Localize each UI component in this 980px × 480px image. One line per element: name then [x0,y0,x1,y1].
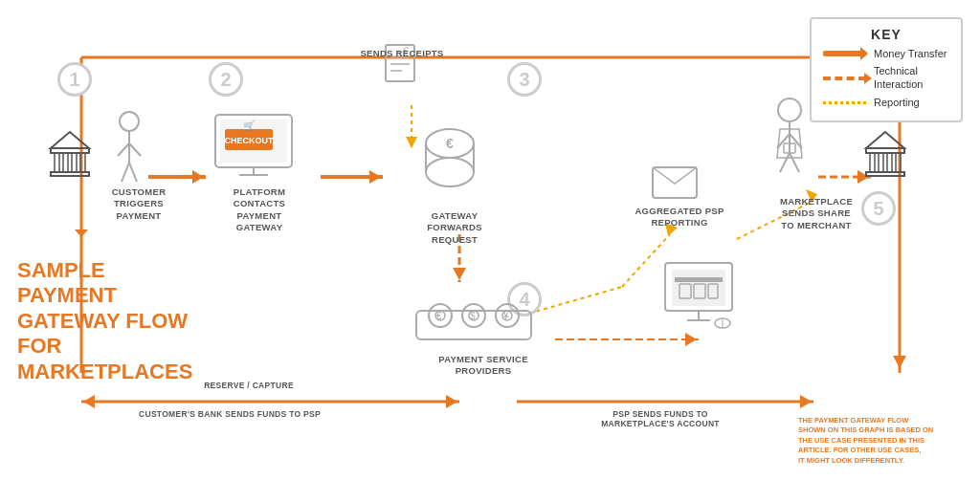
svg-marker-28 [51,132,89,148]
aggregated-psp-label: AGGREGATED PSP REPORTING [627,206,732,229]
svg-marker-3 [75,229,88,237]
svg-line-38 [122,163,129,182]
svg-marker-4 [893,356,906,368]
svg-rect-90 [896,153,901,172]
svg-text:🛒: 🛒 [243,120,256,132]
step-2-circle: 2 [209,62,243,97]
svg-marker-9 [83,395,95,408]
sends-receipts-label: SENDS RECEIPTS [349,48,455,59]
svg-point-78 [778,98,801,121]
svg-marker-6 [446,395,457,408]
svg-text:€: € [436,311,442,321]
svg-line-81 [780,153,790,172]
svg-point-34 [120,112,139,131]
marketplace-sends-label: MARKETPLACE SENDS SHARE TO MERCHANT [768,196,864,231]
key-technical-label: Technical Interaction [874,64,949,92]
svg-line-36 [118,143,129,156]
svg-rect-70 [675,277,723,282]
svg-line-39 [129,163,137,182]
svg-marker-13 [369,170,381,184]
customer-icon [110,110,148,190]
svg-marker-15 [453,268,466,280]
disclaimer-note: THE PAYMENT GATEWAY FLOW SHOWN ON THIS G… [798,416,966,467]
svg-rect-29 [55,153,59,172]
step-2-label: PLATFORM CONTACTS PAYMENT GATEWAY [216,186,302,233]
svg-rect-89 [887,153,892,172]
main-title: SAMPLE PAYMENT GATEWAY FLOW FOR MARKETPL… [17,258,209,384]
customer-bank-label: CUSTOMER'S BANK SENDS FUNDS TO PSP [134,409,325,419]
svg-point-53 [426,158,474,186]
key-title: KEY [823,27,949,42]
svg-rect-32 [80,153,85,172]
step-1-label: CUSTOMER TRIGGERS PAYMENT [100,186,177,222]
svg-rect-30 [63,153,68,172]
marketplace-report-icon [660,258,737,338]
step-5-circle: 5 [861,191,896,226]
svg-rect-33 [51,172,89,176]
reserve-capture-label: RESERVE / CAPTURE [191,381,306,390]
key-item-reporting: Reporting [823,97,949,108]
svg-line-82 [790,153,799,172]
merchant-icon [766,96,813,195]
psp-icon: € $ ¥ [412,282,536,353]
envelope-icon [651,163,699,205]
psp-sends-label: PSP SENDS FUNDS TO MARKETPLACE'S ACCOUNT [584,409,737,428]
svg-rect-88 [879,153,883,172]
key-money-label: Money Transfer [874,48,947,59]
gateway-icon: € [412,124,488,205]
right-bank-icon [861,124,909,195]
key-item-technical: Technical Interaction [823,64,949,92]
svg-marker-11 [192,170,204,184]
checkout-icon: CHECKOUT 🛒 [211,110,297,190]
bank-icon [46,124,94,195]
svg-marker-86 [866,132,904,148]
svg-text:€: € [446,136,454,151]
step-3-circle: 3 [507,62,542,97]
svg-line-37 [129,143,141,156]
svg-text:$: $ [470,311,476,321]
key-item-money: Money Transfer [823,48,949,59]
step-4-label: PAYMENT SERVICE PROVIDERS [421,354,546,378]
svg-text:CHECKOUT: CHECKOUT [225,136,275,145]
svg-rect-31 [72,153,77,172]
diagram-container: KEY Money Transfer Technical Interaction… [0,0,980,480]
svg-marker-8 [800,395,812,408]
step-3-label: GATEWAY FORWARDS REQUEST [407,210,502,246]
step-1-circle: 1 [57,62,92,97]
svg-rect-87 [870,153,875,172]
svg-rect-91 [866,172,904,176]
key-box: KEY Money Transfer Technical Interaction… [810,17,963,122]
svg-text:¥: ¥ [502,311,509,321]
key-reporting-label: Reporting [874,97,920,108]
